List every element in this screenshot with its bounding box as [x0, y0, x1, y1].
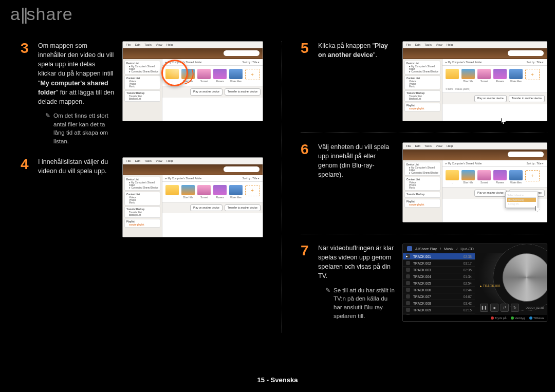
menu-item[interactable]: File [126, 159, 131, 162]
breadcrumb[interactable]: ▸ My Computer's Shared Folder [165, 61, 202, 64]
menu-item[interactable]: View [436, 43, 442, 46]
track-row[interactable]: TRACK 00401:34 [403, 273, 475, 280]
list-item[interactable]: Water lilies [509, 69, 523, 83]
sidebar-item[interactable]: sample playlist [406, 203, 438, 206]
menu-item[interactable]: View [156, 159, 162, 162]
tv-player: AllShare Play / Musik / Ljud-CD 1/14 TRA… [402, 244, 547, 322]
play-on-another-device-button[interactable]: Play on another device [190, 204, 223, 212]
sidebar-item[interactable]: sample playlist [406, 107, 438, 110]
sidebar-item[interactable]: Backup List [126, 98, 158, 100]
breadcrumb[interactable]: ▸ My Computer's Shared Folder [446, 61, 482, 64]
breadcrumb[interactable]: Musik [444, 247, 453, 251]
menu-item[interactable]: Tools [424, 43, 432, 46]
transfer-button[interactable]: Transfer to another device [225, 204, 261, 212]
menu-item[interactable]: Edit [135, 159, 140, 162]
track-row[interactable]: TRACK 00302:35 [403, 267, 475, 273]
sidebar-item[interactable]: Music [406, 85, 438, 88]
sidebar-item[interactable]: ▸ My Computer's Shared folder [126, 65, 158, 70]
menu-item[interactable]: Tools [144, 43, 152, 46]
list-item[interactable]: Sunset [197, 185, 211, 199]
breadcrumb[interactable]: ▸ My Computer's Shared Folder [446, 162, 482, 165]
menu-item[interactable]: File [126, 43, 131, 46]
add-tile[interactable]: + [525, 69, 540, 83]
sidebar-item[interactable]: ▸ Connected Shared Device [126, 70, 158, 73]
add-tile[interactable]: + [525, 170, 540, 184]
sidebar-item[interactable]: Music [126, 85, 158, 88]
popup-item[interactable]: [BD]Samsung [507, 198, 536, 202]
menu-item[interactable]: Tools [144, 159, 152, 162]
list-item[interactable]: Blue Hills [461, 69, 475, 83]
sidebar-item[interactable]: ▸ Connected Shared Device [406, 172, 438, 174]
sidebar-item[interactable]: ▸ My Computer's Shared folder [126, 181, 158, 186]
sort-by[interactable]: Sort by : Title ▾ [526, 61, 544, 64]
menu-item[interactable]: View [436, 144, 442, 147]
track-row[interactable]: TRACK 00203:17 [403, 260, 475, 267]
breadcrumb[interactable]: Ljud-CD [460, 247, 474, 251]
menu-item[interactable]: Help [447, 43, 453, 46]
list-item[interactable]: Sunset [477, 69, 491, 83]
menu-item[interactable]: Help [166, 159, 173, 162]
pause-button[interactable]: ❚❚ [480, 304, 488, 312]
play-on-another-device-button[interactable]: Play on another device [474, 190, 507, 197]
menu-item[interactable]: Edit [415, 43, 420, 46]
sidebar-item[interactable]: ▸ Connected Shared Device [126, 186, 158, 189]
sidebar-item[interactable]: Music [126, 201, 158, 204]
add-tile[interactable]: + [245, 69, 260, 83]
list-item[interactable]: Water lilies [509, 170, 523, 184]
sidebar-item[interactable]: ▸ Connected Shared Device [406, 70, 438, 73]
track-row[interactable]: TRACK 00603:44 [403, 287, 475, 293]
list-item[interactable]: Flowers [493, 69, 507, 83]
sort-by[interactable]: Sort by : Title ▾ [242, 61, 260, 64]
list-item[interactable]: Sunset [197, 69, 211, 83]
list-item[interactable]: Sunset [477, 170, 491, 184]
list-item[interactable]: Blue Hills [461, 170, 475, 184]
shuffle-button[interactable]: ⇄ [501, 304, 509, 312]
list-item[interactable]: .. [446, 170, 459, 184]
sidebar-item[interactable]: Backup List [406, 98, 438, 100]
list-item[interactable]: Flowers [213, 69, 227, 83]
list-item[interactable]: Blue Hills [181, 69, 195, 83]
list-item[interactable]: Blue Hills [181, 185, 195, 199]
menu-item[interactable]: Help [447, 144, 453, 147]
list-item[interactable]: Water lilies [229, 185, 243, 199]
sidebar-item[interactable]: Backup List [126, 214, 158, 216]
list-item[interactable]: Flowers [493, 170, 507, 184]
list-item[interactable]: .. [446, 69, 459, 83]
menu-item[interactable]: Edit [415, 144, 420, 147]
play-on-another-device-button[interactable]: Play on another device [190, 88, 223, 96]
sidebar-item[interactable]: ▸ My Computer's Shared folder [406, 166, 438, 172]
track-row[interactable]: TRACK 00903:15 [403, 307, 475, 313]
app-header [123, 48, 263, 59]
transfer-button[interactable]: Transfer to another device [225, 88, 261, 96]
track-row[interactable]: TRACK 00102:38 [403, 253, 475, 260]
stop-button[interactable]: ■ [490, 304, 498, 312]
menu-item[interactable]: File [406, 43, 411, 46]
track-row[interactable]: TRACK 00502:54 [403, 280, 475, 287]
breadcrumb[interactable]: ▸ My Computer's Shared Folder [165, 177, 202, 180]
sort-by[interactable]: Sort by : Title ▾ [242, 177, 260, 180]
popup-item[interactable]: Living PC [507, 202, 536, 206]
menu-item[interactable]: Help [166, 43, 173, 46]
search-input[interactable] [224, 166, 260, 172]
list-item[interactable]: .. [165, 185, 179, 199]
search-input[interactable] [508, 152, 544, 157]
repeat-button[interactable]: ↻ [511, 304, 519, 312]
add-tile[interactable]: + [245, 185, 260, 199]
track-row[interactable]: TRACK 00704:07 [403, 293, 475, 300]
track-row[interactable]: TRACK 00803:42 [403, 300, 475, 307]
list-item[interactable]: Flowers [213, 185, 227, 199]
list-item[interactable]: Water lilies [229, 69, 243, 83]
sidebar-item[interactable]: ▸ My Computer's Shared folder [406, 65, 438, 70]
menu-item[interactable]: Edit [135, 43, 140, 46]
search-input[interactable] [508, 50, 544, 56]
sort-by[interactable]: Sort by : Title ▾ [526, 162, 544, 165]
transfer-button[interactable]: Transfer to another device [509, 95, 545, 102]
search-input[interactable] [224, 50, 260, 56]
sidebar-item[interactable]: Music [406, 186, 438, 189]
menu-item[interactable]: File [406, 144, 411, 147]
menu-item[interactable]: View [156, 43, 162, 46]
sidebar-item[interactable]: sample playlist [126, 223, 158, 226]
menu-item[interactable]: Tools [424, 144, 432, 147]
list-item[interactable]: .. [165, 69, 179, 83]
play-on-another-device-button[interactable]: Play on another device [474, 95, 507, 102]
